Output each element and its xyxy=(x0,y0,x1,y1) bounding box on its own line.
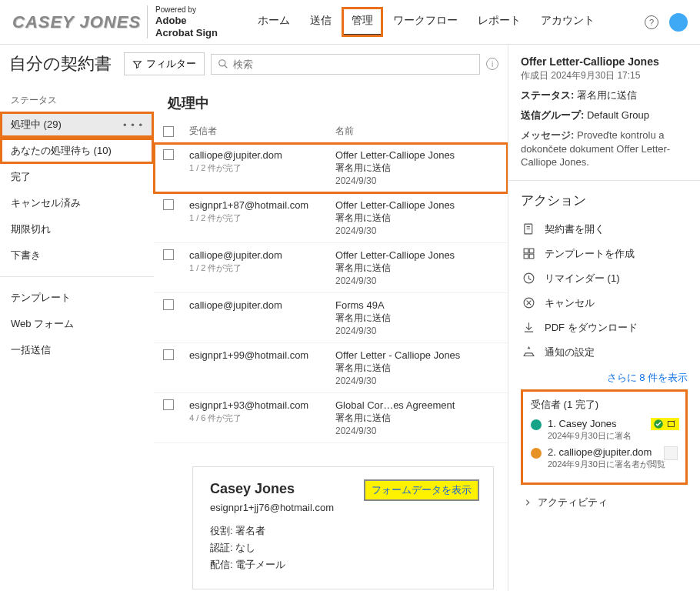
recipients-section: 受信者 (1 完了) 1. Casey Jones2024年9月30日に署名2.… xyxy=(521,389,688,485)
nav-アカウント[interactable]: アカウント xyxy=(532,8,604,36)
sidebar-item-完了[interactable]: 完了 xyxy=(0,164,154,190)
action-reminder[interactable]: リマインダー (1) xyxy=(521,266,688,291)
sign-icon xyxy=(666,419,677,429)
recipient-row[interactable]: 1. Casey Jones2024年9月30日に署名 xyxy=(531,418,678,442)
sidebar-item-あなたの処理待ち[interactable]: あなたの処理待ち (10) xyxy=(0,138,154,164)
action-template[interactable]: テンプレートを作成 xyxy=(521,242,688,266)
chevron-right-icon xyxy=(524,499,532,506)
filter-icon xyxy=(132,59,142,69)
top-nav: ホーム送信管理ワークフローレポートアカウント xyxy=(248,8,604,36)
recipients-heading: 受信者 (1 完了) xyxy=(531,398,678,412)
recipient-row[interactable]: 2. calliope@jupiter.dom2024年9月30日に署名者が閲覧 xyxy=(531,446,678,470)
table-row[interactable]: calliope@jupiter.dom1 / 2 件が完了Offer Lett… xyxy=(154,143,508,193)
help-icon[interactable]: ? xyxy=(645,15,658,29)
page-title: 自分の契約書 xyxy=(9,52,112,75)
filter-button[interactable]: フィルター xyxy=(124,52,205,75)
agreement-title: Offer Letter-Calliope Jones xyxy=(521,55,688,68)
avatar[interactable] xyxy=(669,13,688,32)
table-row[interactable]: calliope@jupiter.domForms 49A署名用に送信2024/… xyxy=(154,293,508,343)
row-checkbox[interactable] xyxy=(163,199,174,210)
nav-送信[interactable]: 送信 xyxy=(301,8,341,36)
svg-rect-4 xyxy=(524,254,528,259)
powered-by-block: Powered by AdobeAcrobat Sign xyxy=(147,5,218,38)
sidebar-item-キャンセル済み[interactable]: キャンセル済み xyxy=(0,190,154,216)
logo: CASEY JONES xyxy=(12,12,141,32)
table-row[interactable]: esignpr1+87@hotmail.com1 / 2 件が完了Offer L… xyxy=(154,193,508,243)
nav-ホーム[interactable]: ホーム xyxy=(248,8,299,36)
col-recipient-header[interactable]: 受信者 xyxy=(189,125,335,138)
signer-email: esignpr1+jj76@hotmail.com xyxy=(210,502,476,513)
action-download[interactable]: PDF をダウンロード xyxy=(521,316,688,340)
right-panel: Offer Letter-Calliope Jones 作成日 2024年9月3… xyxy=(508,45,700,591)
table-row[interactable]: calliope@jupiter.dom1 / 2 件が完了Offer Lett… xyxy=(154,243,508,293)
activity-toggle[interactable]: アクティビティ xyxy=(521,488,688,517)
action-notify[interactable]: 通知の設定 xyxy=(521,340,688,365)
powered-by-label: Powered by xyxy=(155,5,218,15)
list-header: 受信者 名前 xyxy=(154,120,508,143)
nav-レポート[interactable]: レポート xyxy=(468,8,530,36)
app-header: CASEY JONES Powered by AdobeAcrobat Sign… xyxy=(0,0,700,45)
table-row[interactable]: esignpr1+99@hotmail.comOffer Letter - Ca… xyxy=(154,343,508,393)
signed-badge xyxy=(651,418,679,430)
list-title: 処理中 xyxy=(154,89,508,120)
action-cancel[interactable]: キャンセル xyxy=(521,291,688,316)
col-name-header[interactable]: 名前 xyxy=(335,125,498,138)
sidebar-heading-status: ステータス xyxy=(0,89,154,112)
sidebar-item-下書き[interactable]: 下書き xyxy=(0,242,154,269)
show-form-data-button[interactable]: フォームデータを表示 xyxy=(364,479,479,501)
sidebar-item-期限切れ[interactable]: 期限切れ xyxy=(0,216,154,242)
search-icon xyxy=(218,58,228,69)
template-icon xyxy=(522,247,535,260)
action-open[interactable]: 契約書を開く xyxy=(521,217,688,242)
open-icon xyxy=(522,222,535,235)
more-dots-icon[interactable]: • • • xyxy=(123,119,143,131)
search-box[interactable] xyxy=(211,54,480,75)
sidebar-item-処理中[interactable]: 処理中 (29)• • • xyxy=(0,112,154,138)
sidebar-item-Web フォーム[interactable]: Web フォーム xyxy=(0,311,154,337)
show-more-actions-link[interactable]: さらに 8 件を表示 xyxy=(521,371,688,385)
nav-管理[interactable]: 管理 xyxy=(342,8,382,36)
search-input[interactable] xyxy=(233,58,473,70)
svg-rect-5 xyxy=(529,254,534,259)
info-icon[interactable]: i xyxy=(486,58,498,70)
row-checkbox[interactable] xyxy=(163,399,174,410)
row-checkbox[interactable] xyxy=(163,149,174,160)
notify-icon xyxy=(522,346,535,359)
pending-badge xyxy=(664,446,678,460)
cancel-icon xyxy=(522,296,535,309)
created-date: 作成日 2024年9月30日 17:15 xyxy=(521,69,688,82)
row-checkbox[interactable] xyxy=(163,299,174,310)
nav-ワークフロー[interactable]: ワークフロー xyxy=(384,8,467,36)
reminder-icon xyxy=(522,272,535,285)
sidebar: ステータス 処理中 (29)• • •あなたの処理待ち (10)完了キャンセル済… xyxy=(0,83,154,591)
svg-rect-3 xyxy=(529,249,534,253)
sidebar-item-一括送信[interactable]: 一括送信 xyxy=(0,337,154,363)
signer-detail-card: フォームデータを表示 Casey Jones esignpr1+jj76@hot… xyxy=(192,466,494,589)
svg-point-0 xyxy=(219,60,225,66)
svg-rect-2 xyxy=(524,249,528,253)
actions-heading: アクション xyxy=(521,192,688,209)
select-all-checkbox[interactable] xyxy=(163,126,174,137)
table-row[interactable]: esignpr1+93@hotmail.com4 / 6 件が完了Global … xyxy=(154,393,508,443)
row-checkbox[interactable] xyxy=(163,249,174,260)
row-checkbox[interactable] xyxy=(163,349,174,360)
brand-name: AdobeAcrobat Sign xyxy=(155,15,218,38)
sidebar-item-テンプレート[interactable]: テンプレート xyxy=(0,285,154,311)
download-icon xyxy=(522,321,535,334)
